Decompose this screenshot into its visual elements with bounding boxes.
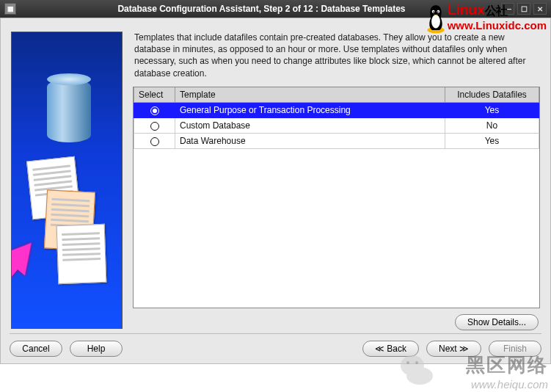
table-row[interactable]: General Purpose or Transaction Processin… xyxy=(134,102,539,117)
chevron-left-icon: ≪ xyxy=(375,344,384,354)
cancel-button[interactable]: Cancel xyxy=(10,341,62,357)
column-header-template[interactable]: Template xyxy=(175,87,445,103)
next-button[interactable]: Next ≫ xyxy=(426,341,481,357)
cell-template: Custom Database xyxy=(175,117,445,133)
radio-icon[interactable] xyxy=(150,106,159,115)
close-button[interactable]: ✕ xyxy=(533,3,547,15)
main-area: Templates that include datafiles contain… xyxy=(1,18,550,333)
cell-includes: Yes xyxy=(445,133,539,148)
column-header-includes[interactable]: Includes Datafiles xyxy=(445,87,539,103)
cell-template: General Purpose or Transaction Processin… xyxy=(175,102,445,117)
back-button[interactable]: ≪ Back xyxy=(362,341,419,357)
table-row[interactable]: Custom Database No xyxy=(134,117,539,133)
content-panel: Templates that include datafiles contain… xyxy=(133,32,540,330)
details-row: Show Details... xyxy=(133,308,540,330)
table-row[interactable]: Data Warehouse Yes xyxy=(134,133,539,148)
chevron-right-icon: ≫ xyxy=(459,344,469,354)
column-header-select[interactable]: Select xyxy=(134,87,175,103)
radio-icon[interactable] xyxy=(150,137,159,146)
svg-point-7 xyxy=(406,367,433,385)
description-text: Templates that include datafiles contain… xyxy=(133,32,540,87)
cell-template: Data Warehouse xyxy=(175,133,445,148)
cell-includes: Yes xyxy=(445,102,539,117)
app-icon: ▦ xyxy=(4,3,16,15)
finish-button[interactable]: Finish xyxy=(489,341,541,357)
window-controls: — ☐ ✕ xyxy=(501,3,547,15)
templates-table-container: Select Template Includes Datafiles Gener… xyxy=(133,87,540,308)
wizard-side-graphic xyxy=(11,32,123,329)
templates-table: Select Template Includes Datafiles Gener… xyxy=(134,87,539,149)
window-titlebar: ▦ Database Configuration Assistant, Step… xyxy=(0,0,551,18)
arrow-icon xyxy=(11,233,44,276)
back-label: Back xyxy=(387,344,406,354)
maximize-button[interactable]: ☐ xyxy=(517,3,530,15)
radio-icon[interactable] xyxy=(150,122,159,131)
help-button[interactable]: Help xyxy=(70,341,123,357)
client-area: Templates that include datafiles contain… xyxy=(0,18,551,364)
window-title: Database Configuration Assistant, Step 2… xyxy=(22,4,501,14)
show-details-button[interactable]: Show Details... xyxy=(455,314,539,330)
cell-includes: No xyxy=(445,117,539,133)
minimize-button[interactable]: — xyxy=(501,3,514,15)
wizard-footer: Cancel Help ≪ Back Next ≫ Finish xyxy=(1,334,550,363)
next-label: Next xyxy=(439,344,457,354)
watermark-bottom-url: www.heiqu.com xyxy=(466,378,548,391)
